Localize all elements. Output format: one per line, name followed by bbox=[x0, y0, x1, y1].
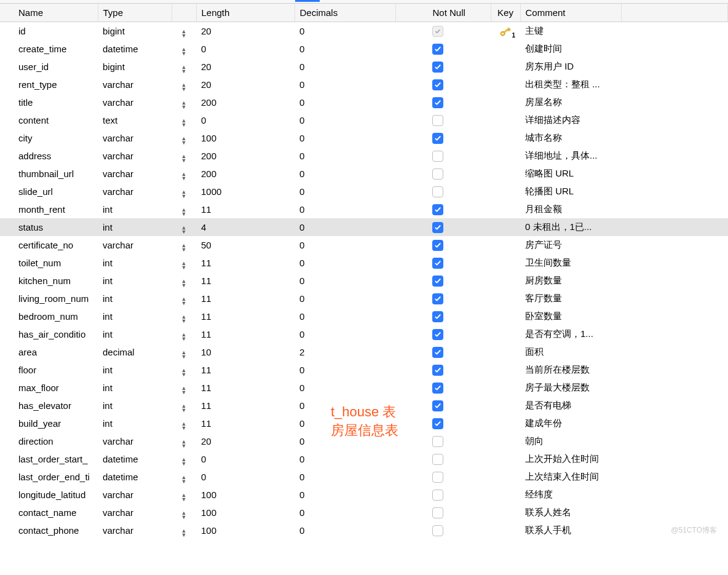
checkbox-unchecked-icon[interactable] bbox=[432, 436, 443, 447]
header-length[interactable]: Length bbox=[196, 4, 295, 22]
cell-type[interactable]: varchar bbox=[98, 165, 172, 183]
cell-notnull[interactable] bbox=[395, 486, 491, 504]
cell-type[interactable]: varchar bbox=[98, 504, 172, 521]
cell-key[interactable] bbox=[491, 40, 520, 58]
cell-stepper[interactable]: ▲▼ bbox=[172, 504, 196, 521]
cell-name[interactable]: title bbox=[0, 93, 98, 111]
cell-decimals[interactable]: 0 bbox=[295, 290, 395, 307]
cell-type[interactable]: varchar bbox=[98, 147, 172, 165]
checkbox-checked-icon[interactable] bbox=[432, 222, 443, 233]
cell-notnull[interactable] bbox=[395, 290, 491, 307]
cell-type[interactable]: varchar bbox=[98, 76, 172, 93]
cell-comment[interactable]: 房屋名称 bbox=[520, 93, 621, 111]
checkbox-checked-icon[interactable] bbox=[432, 329, 443, 340]
cell-type[interactable]: varchar bbox=[98, 183, 172, 200]
cell-key[interactable] bbox=[491, 397, 520, 414]
cell-decimals[interactable]: 0 bbox=[295, 93, 395, 111]
cell-length[interactable]: 100 bbox=[196, 129, 295, 147]
cell-length[interactable]: 100 bbox=[196, 521, 295, 539]
cell-type[interactable]: int bbox=[98, 272, 172, 290]
cell-name[interactable]: area bbox=[0, 343, 98, 361]
cell-notnull[interactable] bbox=[395, 93, 491, 111]
cell-name[interactable]: max_floor bbox=[0, 379, 98, 397]
cell-name[interactable]: create_time bbox=[0, 40, 98, 58]
cell-stepper[interactable]: ▲▼ bbox=[172, 236, 196, 254]
cell-type[interactable]: varchar bbox=[98, 521, 172, 539]
cell-decimals[interactable]: 0 bbox=[295, 397, 395, 414]
cell-decimals[interactable]: 0 bbox=[295, 58, 395, 76]
cell-stepper[interactable]: ▲▼ bbox=[172, 450, 196, 468]
cell-stepper[interactable]: ▲▼ bbox=[172, 200, 196, 218]
cell-comment[interactable]: 是否有空调，1... bbox=[520, 325, 621, 343]
cell-decimals[interactable]: 0 bbox=[295, 254, 395, 272]
cell-name[interactable]: month_rent bbox=[0, 200, 98, 218]
cell-key[interactable] bbox=[491, 236, 520, 254]
stepper-icon[interactable]: ▲▼ bbox=[181, 65, 187, 73]
cell-length[interactable]: 200 bbox=[196, 147, 295, 165]
cell-length[interactable]: 11 bbox=[196, 290, 295, 307]
table-row[interactable]: idbigint▲▼2001主键 bbox=[0, 22, 728, 41]
cell-length[interactable]: 11 bbox=[196, 272, 295, 290]
cell-stepper[interactable]: ▲▼ bbox=[172, 93, 196, 111]
cell-stepper[interactable]: ▲▼ bbox=[172, 361, 196, 379]
cell-length[interactable]: 4 bbox=[196, 218, 295, 236]
cell-stepper[interactable]: ▲▼ bbox=[172, 129, 196, 147]
cell-notnull[interactable] bbox=[395, 236, 491, 254]
cell-decimals[interactable]: 0 bbox=[295, 486, 395, 504]
table-row[interactable]: user_idbigint▲▼200房东用户 ID bbox=[0, 58, 728, 76]
table-row[interactable]: addressvarchar▲▼2000详细地址，具体... bbox=[0, 147, 728, 165]
cell-comment[interactable]: 详细描述内容 bbox=[520, 111, 621, 129]
table-row[interactable]: slide_urlvarchar▲▼10000轮播图 URL bbox=[0, 183, 728, 200]
cell-type[interactable]: int bbox=[98, 254, 172, 272]
cell-comment[interactable]: 轮播图 URL bbox=[520, 183, 621, 200]
checkbox-unchecked-icon[interactable] bbox=[432, 490, 443, 501]
cell-type[interactable]: varchar bbox=[98, 236, 172, 254]
checkbox-unchecked-icon[interactable] bbox=[432, 472, 443, 483]
cell-key[interactable] bbox=[491, 93, 520, 111]
cell-decimals[interactable]: 0 bbox=[295, 521, 395, 539]
cell-name[interactable]: contact_phone bbox=[0, 521, 98, 539]
stepper-icon[interactable]: ▲▼ bbox=[181, 351, 187, 359]
cell-type[interactable]: text bbox=[98, 111, 172, 129]
checkbox-checked-icon[interactable] bbox=[432, 133, 443, 144]
checkbox-checked-icon[interactable] bbox=[432, 44, 443, 55]
cell-key[interactable] bbox=[491, 272, 520, 290]
table-row[interactable]: living_room_numint▲▼110客厅数量 bbox=[0, 290, 728, 307]
cell-type[interactable]: varchar bbox=[98, 486, 172, 504]
cell-name[interactable]: build_year bbox=[0, 414, 98, 432]
cell-stepper[interactable]: ▲▼ bbox=[172, 397, 196, 414]
cell-length[interactable]: 20 bbox=[196, 22, 295, 41]
cell-key[interactable]: 1 bbox=[491, 22, 520, 41]
cell-decimals[interactable]: 0 bbox=[295, 361, 395, 379]
stepper-icon[interactable]: ▲▼ bbox=[181, 529, 187, 537]
cell-type[interactable]: datetime bbox=[98, 450, 172, 468]
cell-length[interactable]: 11 bbox=[196, 325, 295, 343]
cell-name[interactable]: kitchen_num bbox=[0, 272, 98, 290]
cell-length[interactable]: 10 bbox=[196, 343, 295, 361]
cell-type[interactable]: int bbox=[98, 307, 172, 325]
cell-comment[interactable]: 朝向 bbox=[520, 432, 621, 450]
table-row[interactable]: has_air_conditioint▲▼110是否有空调，1... bbox=[0, 325, 728, 343]
header-type[interactable]: Type bbox=[98, 4, 172, 22]
stepper-icon[interactable]: ▲▼ bbox=[181, 101, 187, 109]
table-row[interactable]: last_order_start_datetime▲▼00上次开始入住时间 bbox=[0, 450, 728, 468]
table-row[interactable]: titlevarchar▲▼2000房屋名称 bbox=[0, 93, 728, 111]
cell-length[interactable]: 20 bbox=[196, 58, 295, 76]
table-row[interactable]: max_floorint▲▼110房子最大楼层数 bbox=[0, 379, 728, 397]
cell-comment[interactable]: 创建时间 bbox=[520, 40, 621, 58]
cell-comment[interactable]: 房子最大楼层数 bbox=[520, 379, 621, 397]
cell-type[interactable]: int bbox=[98, 379, 172, 397]
cell-name[interactable]: contact_name bbox=[0, 504, 98, 521]
cell-key[interactable] bbox=[491, 183, 520, 200]
cell-stepper[interactable]: ▲▼ bbox=[172, 183, 196, 200]
stepper-icon[interactable]: ▲▼ bbox=[181, 279, 187, 287]
cell-stepper[interactable]: ▲▼ bbox=[172, 40, 196, 58]
cell-comment[interactable]: 联系人姓名 bbox=[520, 504, 621, 521]
cell-key[interactable] bbox=[491, 129, 520, 147]
stepper-icon[interactable]: ▲▼ bbox=[181, 493, 187, 501]
stepper-icon[interactable]: ▲▼ bbox=[181, 422, 187, 430]
cell-key[interactable] bbox=[491, 254, 520, 272]
cell-comment[interactable]: 0 未租出，1已... bbox=[520, 218, 621, 236]
cell-decimals[interactable]: 0 bbox=[295, 218, 395, 236]
stepper-icon[interactable]: ▲▼ bbox=[181, 244, 187, 252]
